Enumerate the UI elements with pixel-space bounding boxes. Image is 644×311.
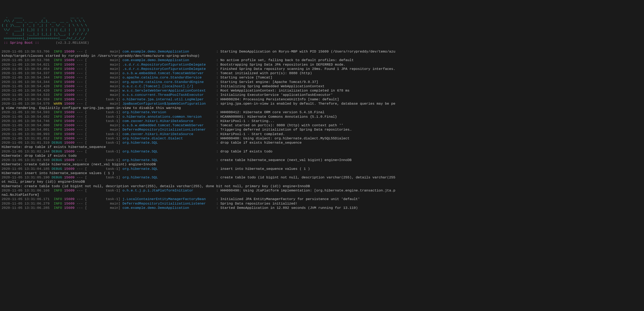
log-message: No active profile set, falling back to d… (220, 58, 354, 62)
log-line: 2020-11-05 13:31:06.166 INFO 15609 --- [… (2, 188, 642, 193)
log-timestamp: 2020-11-05 13:30:54.559 (2, 98, 50, 101)
log-pid: 15609 (64, 132, 74, 136)
log-timestamp: 2020-11-05 13:31:00.993 (2, 132, 50, 136)
log-colon: : (214, 141, 220, 145)
log-separator-dashes: --- (76, 89, 83, 93)
log-thread: [ task-1] (85, 98, 120, 101)
log-pid: 15609 (64, 50, 74, 54)
log-message: Spring Data repositories initialized! (220, 202, 297, 206)
terminal-output[interactable]: . ____ _ __ _ _ /\\ / ___'_ __ _ _(_)_ _… (2, 15, 642, 210)
log-thread: [ task-1] (85, 137, 120, 140)
log-timestamp: 2020-11-05 13:31:06.279 (2, 202, 50, 206)
log-message: HHH000412: Hibernate ORM core version 5.… (220, 110, 324, 114)
log-level: DEBUG (52, 150, 62, 153)
log-pid: 15609 (64, 80, 74, 84)
log-logger: w.s.c.ServletWebServerApplicationContext (122, 89, 214, 93)
log-line: 2020-11-05 13:31:01.319 DEBUG 15609 --- … (2, 141, 642, 145)
log-line: 2020-11-05 13:30:54.337 INFO 15609 --- [… (2, 71, 642, 75)
log-colon: : (214, 80, 220, 84)
log-colon: : (214, 67, 220, 71)
log-colon: : (214, 63, 220, 67)
log-level: INFO (52, 89, 62, 93)
log-line: 2020-11-05 13:30:54.801 INFO 15609 --- [… (2, 128, 642, 132)
log-message: HHH000400: Using dialect: org.hibernate.… (220, 137, 350, 140)
log-thread: [ task-1] (85, 167, 120, 171)
log-message: Starting service [Tomcat] (220, 76, 272, 80)
log-continuation: Hibernate: drop table if exists hibernat… (2, 145, 642, 149)
log-pid: 15609 (64, 93, 74, 97)
log-separator-dashes: --- (76, 158, 83, 162)
log-message: Starting DemoApplication on Rorys-MBP wi… (220, 50, 395, 54)
log-timestamp: 2020-11-05 13:31:05.190 (2, 176, 50, 179)
log-timestamp: 2020-11-05 13:31:06.285 (2, 206, 50, 210)
log-continuation: Hibernate: create table hibernate_sequen… (2, 162, 642, 167)
log-level: INFO (52, 189, 62, 192)
log-thread: [ task-1] (85, 119, 120, 123)
log-logger: org.hibernate.SQL (122, 141, 214, 145)
log-pid: 15609 (64, 67, 74, 71)
log-logger: com.example.demo.DemoApplication (122, 58, 214, 62)
log-pid: 15609 (64, 206, 74, 210)
log-timestamp: 2020-11-05 13:31:02.949 (2, 158, 50, 162)
log-colon: : (214, 150, 220, 153)
log-continuation: Hibernate: drop table if exists todo (2, 154, 642, 158)
log-colon: : (214, 202, 220, 206)
log-level: INFO (52, 119, 62, 123)
log-thread: [ task-1] (85, 150, 120, 153)
log-pid: 15609 (64, 89, 74, 93)
spring-boot-version: (v2.3.2.RELEASE) (56, 41, 89, 45)
log-continuation: Hibernate: insert into hibernate_sequenc… (2, 171, 642, 175)
log-separator-dashes: --- (76, 58, 83, 62)
spring-banner-footer: :: Spring Boot :: (v2.3.2.RELEASE) (2, 41, 642, 45)
spring-banner-line: =========|_|==============|___/=/_/_/_/ (2, 36, 642, 41)
log-pid: 15609 (64, 202, 74, 206)
log-level: INFO (52, 110, 62, 114)
log-thread: [ main] (85, 202, 120, 206)
log-pid: 15609 (64, 110, 74, 114)
log-pid: 15609 (64, 167, 74, 171)
log-separator-dashes: --- (76, 50, 83, 54)
log-line: 2020-11-05 13:31:02.144 DEBUG 15609 --- … (2, 149, 642, 154)
log-thread: [ task-1] (85, 197, 120, 201)
log-pid: 15609 (64, 128, 74, 132)
log-thread: [ main] (85, 206, 120, 210)
log-separator-dashes: --- (76, 67, 83, 71)
log-level: WARN (52, 102, 62, 106)
log-pid: 15609 (64, 150, 74, 153)
log-pid: 15609 (64, 141, 74, 145)
log-line: 2020-11-05 13:31:05.190 DEBUG 15609 --- … (2, 175, 642, 180)
log-level: INFO (52, 80, 62, 84)
log-logger: o.h.e.t.j.p.i.JtaPlatformInitiator (122, 189, 214, 192)
log-message: HikariPool-1 - Start completed. (220, 132, 285, 136)
log-line: 2020-11-05 13:31:06.171 INFO 15609 --- [… (2, 197, 642, 201)
log-thread: [ task-1] (85, 115, 120, 119)
log-thread: [ task-1] (85, 132, 120, 136)
spring-boot-label: :: Spring Boot :: (2, 41, 39, 45)
log-separator-dashes: --- (76, 102, 83, 106)
log-logger: o.s.s.concurrent.ThreadPoolTaskExecutor (122, 93, 214, 97)
log-separator-dashes: --- (76, 123, 83, 127)
log-colon: : (214, 89, 220, 93)
log-line: 2020-11-05 13:31:06.285 INFO 15609 --- [… (2, 206, 642, 210)
log-separator-dashes: --- (76, 71, 83, 75)
log-separator-dashes: --- (76, 110, 83, 114)
log-colon: : (214, 189, 220, 192)
log-colon: : (214, 132, 220, 136)
log-logger: org.hibernate.dialect.Dialect (122, 137, 214, 140)
log-timestamp: 2020-11-05 13:30:54.801 (2, 128, 50, 132)
log-logger: JpaBaseConfiguration$JpaWebConfiguration (122, 102, 214, 106)
log-level: INFO (52, 132, 62, 136)
log-pid: 15609 (64, 84, 74, 88)
log-line: 2020-11-05 13:30:54.800 INFO 15609 --- [… (2, 123, 642, 128)
log-separator-dashes: --- (76, 189, 83, 192)
log-line: 2020-11-05 13:31:02.949 DEBUG 15609 --- … (2, 158, 642, 162)
log-message: Bootstrapping Spring Data JPA repositori… (220, 63, 345, 67)
log-pid: 15609 (64, 189, 74, 192)
log-message: spring.jpa.open-in-view is enabled by de… (220, 102, 395, 106)
log-separator-dashes: --- (76, 119, 83, 123)
log-thread: [ main] (85, 63, 120, 67)
log-continuation: Hibernate: create table todo (id bigint … (2, 184, 642, 188)
log-separator-dashes: --- (76, 115, 83, 119)
log-separator-dashes: --- (76, 76, 83, 80)
log-logger: o.apache.catalina.core.StandardService (122, 76, 214, 80)
